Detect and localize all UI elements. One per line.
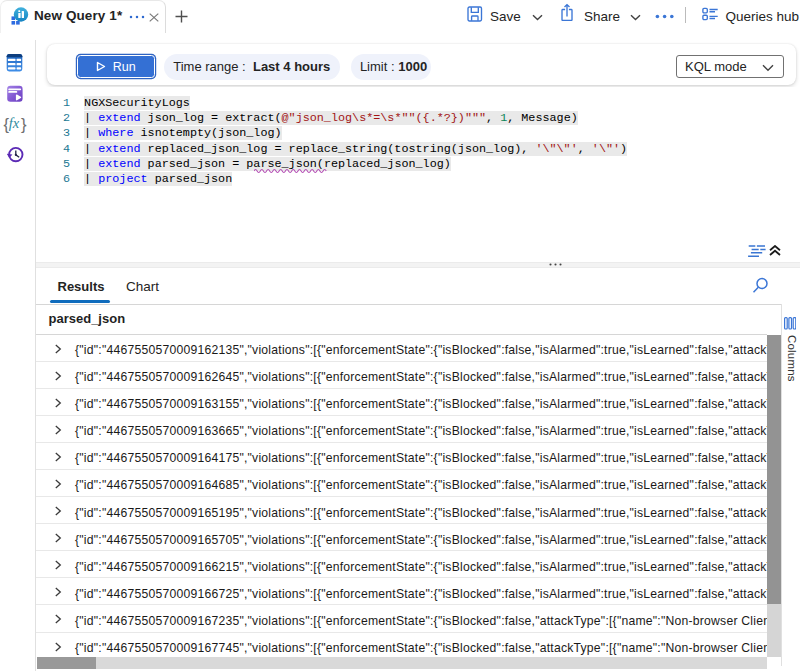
svg-text:fx: fx bbox=[9, 115, 20, 131]
svg-text:}: } bbox=[21, 115, 27, 133]
